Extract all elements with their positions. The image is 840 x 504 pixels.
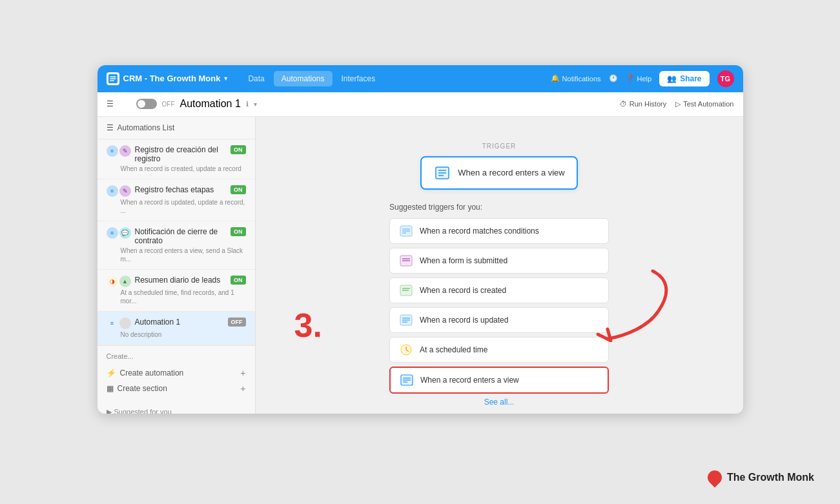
create-automation-button[interactable]: ⚡ Create automation + <box>107 365 246 381</box>
automations-list-title: ☰ <box>107 99 117 108</box>
nav-tabs: Data Automations Interfaces <box>240 71 383 86</box>
create-section-button[interactable]: ▦ Create section + <box>107 381 246 396</box>
automation-title-section: OFF Automation 1 ℹ ▾ <box>136 98 257 110</box>
canvas-area: TRIGGER When a record enters a view <box>256 117 743 414</box>
test-icon: ▷ <box>675 100 681 108</box>
test-automation-button[interactable]: ▷ Test Automation <box>675 100 733 108</box>
main-content: ☰ Automations List ≡ ✎ Registro de creac… <box>97 117 743 414</box>
automation-toggle[interactable] <box>136 99 157 109</box>
brand-logo-icon <box>704 467 724 487</box>
brand-name: The Growth Monk <box>727 472 814 483</box>
suggested-triggers-section: Suggested triggers for you: When a recor… <box>389 203 609 407</box>
item3-icon1: ≡ <box>107 227 118 239</box>
item5-name: Automation 1 <box>135 318 224 327</box>
run-history-label: Run History <box>630 100 666 108</box>
app-title: CRM - The Growth Monk <box>123 74 221 83</box>
automation-item-4[interactable]: ◑ ▲ Resumen diario de leads ON At a sche… <box>97 270 255 312</box>
item2-icon1: ≡ <box>107 185 118 197</box>
automation-item-3[interactable]: ≡ 💬 Notificación de cierre de contrato O… <box>97 221 255 270</box>
suggested-triggers-title: Suggested triggers for you: <box>389 203 609 212</box>
sidebar-header: ☰ Automations List <box>97 117 255 139</box>
help-button[interactable]: ❓ Help <box>626 74 652 83</box>
avatar[interactable]: TG <box>717 70 734 87</box>
item1-icon1: ≡ <box>107 145 118 157</box>
section-icon: ▦ <box>107 384 114 393</box>
brand-watermark: The Growth Monk <box>708 470 814 485</box>
item5-icon2 <box>119 318 131 329</box>
item4-badge: ON <box>230 276 246 285</box>
nav-tab-automations[interactable]: Automations <box>274 71 333 86</box>
trigger-icon <box>433 164 451 182</box>
trigger-option-1-label: When a form is submitted <box>420 256 507 265</box>
top-navbar: CRM - The Growth Monk ▾ Data Automations… <box>97 65 743 92</box>
trigger-option-2-icon <box>399 283 413 297</box>
trigger-option-3[interactable]: When a record is updated <box>389 307 609 333</box>
trigger-option-5-label: When a record enters a view <box>420 376 519 385</box>
automation-item-1[interactable]: ≡ ✎ Registro de creación del registro ON… <box>97 139 255 179</box>
share-label: Share <box>680 74 701 83</box>
item5-badge: OFF <box>228 318 246 327</box>
question-icon: ❓ <box>626 74 635 83</box>
trigger-option-4-label: At a scheduled time <box>420 345 487 354</box>
automation-item-5[interactable]: ≡ Automation 1 OFF No description <box>97 312 255 345</box>
trigger-text: When a record enters a view <box>458 168 564 177</box>
trigger-option-5-icon <box>400 373 414 387</box>
item1-icon2: ✎ <box>119 145 131 157</box>
item1-desc: When a record is created, update a recor… <box>107 165 246 173</box>
item3-icon2: 💬 <box>119 227 131 239</box>
trigger-option-0-icon <box>399 224 413 238</box>
create-section-plus: + <box>240 383 245 394</box>
notifications-label: Notifications <box>562 75 601 83</box>
item2-desc: When a record is updated, update a recor… <box>107 198 246 215</box>
item1-name: Registro de creación del registro <box>135 145 227 163</box>
automation-icon: ⚡ <box>107 368 116 378</box>
share-icon: 👥 <box>667 74 677 83</box>
app-logo[interactable]: CRM - The Growth Monk ▾ <box>107 72 228 85</box>
trigger-option-3-label: When a record is updated <box>420 316 508 325</box>
list-icon: ☰ <box>107 123 114 132</box>
sidebar: ☰ Automations List ≡ ✎ Registro de creac… <box>97 117 256 414</box>
test-automation-label: Test Automation <box>683 100 733 108</box>
history-button[interactable]: 🕐 <box>609 74 618 83</box>
create-label: Create... <box>107 352 246 360</box>
bell-icon: 🔔 <box>551 74 560 83</box>
trigger-option-2[interactable]: When a record is created <box>389 277 609 303</box>
sidebar-suggested: ▶ Suggested for you <box>97 403 255 414</box>
run-history-button[interactable]: ⏱ Run History <box>620 100 666 108</box>
notifications-button[interactable]: 🔔 Notifications <box>551 74 601 83</box>
trigger-option-0[interactable]: When a record matches conditions <box>389 218 609 244</box>
trigger-option-0-label: When a record matches conditions <box>420 227 539 236</box>
trigger-option-2-label: When a record is created <box>420 286 506 295</box>
sub-navbar: ☰ OFF Automation 1 ℹ ▾ ⏱ Run History ▷ T… <box>97 92 743 117</box>
item5-icon1: ≡ <box>107 318 118 329</box>
see-all-link[interactable]: See all... <box>389 398 609 407</box>
trigger-option-1-icon <box>399 254 413 268</box>
trigger-option-1[interactable]: When a form is submitted <box>389 248 609 274</box>
info-icon[interactable]: ℹ <box>246 100 249 108</box>
automation-item-2[interactable]: ≡ ✎ Registro fechas etapas ON When a rec… <box>97 179 255 221</box>
automation-name-label: Automation 1 <box>180 98 241 110</box>
automation-off-badge: OFF <box>162 101 175 108</box>
automation-chevron[interactable]: ▾ <box>254 101 257 108</box>
item1-badge: ON <box>230 145 246 154</box>
suggested-chevron: ▶ <box>107 408 112 414</box>
app-window: CRM - The Growth Monk ▾ Data Automations… <box>97 65 743 414</box>
trigger-option-5[interactable]: When a record enters a view <box>389 367 609 394</box>
clock-icon: 🕐 <box>609 74 618 83</box>
suggested-label: Suggested for you <box>114 408 172 414</box>
item2-icon2: ✎ <box>119 185 131 197</box>
trigger-option-4[interactable]: At a scheduled time <box>389 337 609 363</box>
run-history-icon: ⏱ <box>620 100 627 108</box>
item5-desc: No description <box>107 330 246 339</box>
item2-name: Registro fechas etapas <box>135 185 227 194</box>
sidebar-title: Automations List <box>118 123 175 132</box>
item4-icon1: ◑ <box>107 276 118 287</box>
nav-tab-data[interactable]: Data <box>240 71 272 86</box>
item3-badge: ON <box>230 227 246 236</box>
trigger-box[interactable]: When a record enters a view <box>420 156 577 190</box>
nav-tab-interfaces[interactable]: Interfaces <box>334 71 384 86</box>
trigger-option-3-icon <box>399 313 413 327</box>
app-title-chevron[interactable]: ▾ <box>224 75 227 82</box>
share-button[interactable]: 👥 Share <box>659 71 709 86</box>
sidebar-footer: Create... ⚡ Create automation + ▦ Create… <box>97 345 255 403</box>
